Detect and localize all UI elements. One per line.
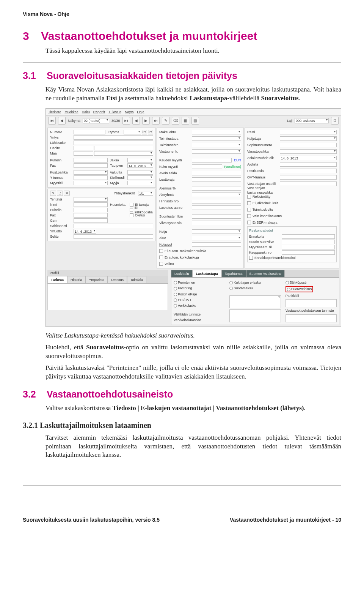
lookup-icon[interactable]: 🗁 (148, 130, 153, 134)
lookup-icon[interactable]: 🗁 (142, 130, 147, 134)
tehtava-select[interactable] (74, 197, 108, 202)
tab-omistus[interactable]: Omistus (108, 276, 127, 283)
ytunnus-input[interactable] (74, 175, 108, 180)
postituksia-input[interactable] (280, 169, 337, 173)
radio-suoramaksu[interactable] (229, 287, 233, 290)
grid-icon[interactable]: ▦ (182, 117, 189, 125)
valittajan-select[interactable] (229, 295, 281, 308)
ennakoita-input[interactable] (282, 234, 335, 239)
verkkolaskuosoite-input[interactable] (229, 309, 281, 322)
radio-verkkolasku[interactable] (174, 304, 177, 308)
radio-postinekirje[interactable] (174, 293, 177, 296)
jakso-select[interactable] (127, 158, 153, 163)
myyja-select[interactable] (127, 181, 153, 185)
nav-first-icon[interactable]: ⏮ (48, 117, 56, 125)
grid2-icon[interactable]: ▤ (191, 117, 199, 125)
chk-valittu[interactable] (159, 262, 163, 266)
viivastyspv-input[interactable] (192, 221, 241, 225)
kotisivut-input[interactable] (192, 242, 241, 247)
puhelin2-input[interactable] (74, 208, 108, 212)
chk-sermaksut[interactable] (247, 221, 251, 224)
chk-eisahkoposti[interactable] (130, 208, 133, 212)
yhtotto-input[interactable]: 14. 6 .2013 (74, 229, 96, 234)
radio-factoring[interactable] (174, 287, 177, 290)
kuljettaja-select[interactable] (280, 136, 337, 141)
chk-eimaksukehot[interactable] (159, 249, 163, 253)
sopimusnro-input[interactable] (280, 143, 337, 147)
chk-koontilaskutus[interactable] (247, 214, 251, 218)
menu-haku[interactable]: Haku (82, 110, 90, 114)
new-icon[interactable]: 🗋 (57, 191, 63, 196)
nav-next-icon[interactable]: ▶ (142, 117, 150, 125)
radio-suoraveloitus[interactable] (287, 288, 290, 291)
vastuuhenk-select[interactable] (192, 149, 241, 154)
laji-select[interactable]: 000, asiakas (295, 118, 329, 123)
chk-eikorkolask[interactable] (159, 256, 163, 259)
myyntisaam-input[interactable] (282, 245, 335, 249)
new-icon[interactable]: 🗋 (331, 117, 339, 125)
eur-link[interactable]: EUR (234, 158, 241, 163)
tappvm-input[interactable]: 14. 6 .2013 (127, 163, 153, 168)
selite-input[interactable] (74, 234, 153, 239)
maa1-input[interactable] (74, 151, 93, 156)
tab-historia[interactable]: Historia (67, 276, 86, 283)
radio-perinteinen[interactable] (174, 281, 177, 284)
menu-nayta[interactable]: Näytä (125, 110, 134, 114)
ovttunnus-input[interactable] (280, 175, 337, 180)
tab-tapahtumat[interactable]: Tapahtumat (221, 270, 246, 277)
tool-icon[interactable]: ⌫ (172, 117, 179, 125)
maksuehto-select[interactable] (192, 130, 241, 134)
myyntitili-select[interactable] (74, 181, 108, 185)
label-kotisivut[interactable]: Kotisivut (159, 242, 191, 247)
delete-icon[interactable]: ✕ (64, 191, 70, 196)
tool-icon[interactable]: ✎ (162, 117, 169, 125)
reitti-select[interactable] (280, 130, 337, 134)
edit-icon[interactable]: ✎ (50, 191, 56, 196)
valuutta-select[interactable] (127, 170, 153, 175)
nakyma-select[interactable]: 02 (haetut) (83, 118, 109, 123)
ryhma-select[interactable] (124, 130, 141, 134)
menu-tiedosto[interactable]: Tiedosto (48, 110, 61, 114)
asiakassuhdealk-input[interactable]: 14. 6 .2013 (280, 156, 337, 160)
menu-ohje[interactable]: Ohje (137, 110, 144, 114)
maa2-select[interactable] (94, 151, 153, 156)
suoritlkm-input[interactable] (192, 214, 241, 219)
osoite2-input[interactable] (94, 146, 153, 150)
kaudenmyynti-input[interactable] (192, 158, 232, 163)
yritys-input[interactable] (74, 135, 153, 140)
chk-ennakkoperinta[interactable] (249, 256, 253, 260)
hinnasto-input[interactable] (192, 199, 241, 204)
laskasnro-input[interactable] (192, 205, 241, 210)
aleryhma-select[interactable] (192, 192, 241, 197)
sahkoposti-input[interactable] (74, 224, 153, 228)
chk-eijalkitoim[interactable] (247, 201, 251, 205)
nav-prev2-icon[interactable]: ◀ (132, 117, 140, 125)
vastaanottotunniste-input[interactable] (286, 314, 337, 323)
menubar[interactable]: Tiedosto Muokkaa Haku Raportit Tulostus … (46, 109, 341, 116)
kustpaikka-select[interactable] (74, 170, 108, 175)
alennus-input[interactable] (192, 186, 241, 191)
gsm-input[interactable] (74, 218, 108, 223)
numero-input[interactable] (74, 130, 105, 134)
tab-asiakastieto[interactable]: Suomen Asiakastieto (246, 270, 285, 277)
menu-muokkaa[interactable]: Muokkaa (64, 110, 78, 114)
toimitusehto-select[interactable] (192, 143, 241, 147)
tab-ymparisto[interactable]: Ympäristö (86, 276, 108, 283)
radio-kuluttajaelasku[interactable] (229, 281, 233, 284)
tab-toimiala[interactable]: Toimiala (127, 276, 146, 283)
kaupparek-input[interactable] (282, 250, 335, 255)
tab-luokittelu[interactable]: Luokittelu (171, 270, 193, 277)
menu-raportit[interactable]: Raportit (93, 110, 105, 114)
ketju-select[interactable] (192, 229, 241, 234)
nav-prev-icon[interactable]: ◀ (58, 117, 66, 125)
nav-first2-icon[interactable]: ⏮ (122, 117, 130, 125)
suurinsuor-input[interactable] (282, 240, 335, 244)
menu-tulostus[interactable]: Tulostus (108, 110, 121, 114)
chk-oletus[interactable] (130, 213, 133, 217)
radio-sahkoposti[interactable] (286, 281, 289, 284)
tab-tarkeaa[interactable]: Tärkeää (47, 276, 67, 283)
chk-rekisteroity[interactable] (247, 195, 251, 199)
puhelin-input[interactable] (74, 158, 108, 163)
nimi-input[interactable] (74, 202, 108, 207)
ajolista-input[interactable] (280, 162, 337, 167)
